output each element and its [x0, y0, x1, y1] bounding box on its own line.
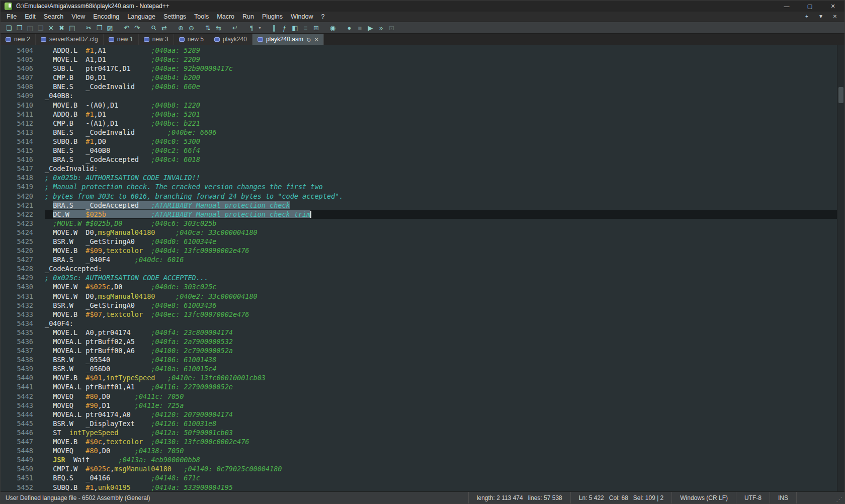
code-line[interactable]: 5425 BSR.W _GetStringA0 ;040d0: 6100344e [1, 237, 837, 246]
code-line[interactable]: 5436 MOVEA.L ptrBuff02,A5 ;040fa: 2a7900… [1, 337, 837, 346]
monitoring-icon[interactable]: ◉ [327, 23, 338, 33]
code-line[interactable]: 5441 MOVEA.L ptrBuff01,A1 ;04116: 227900… [1, 382, 837, 391]
code-line[interactable]: 5451 BEQ.S _04166 ;04148: 671c [1, 473, 837, 482]
menu-view[interactable]: View [67, 12, 89, 22]
code-line[interactable]: 5446 ST intTypeSpeed ;0412a: 50f90001cb0… [1, 428, 837, 437]
folder-workspace-icon[interactable]: ⊞ [311, 23, 321, 33]
maximize-button[interactable]: ▢ [798, 1, 821, 12]
code-line[interactable]: 5432 BSR.W _GetStringA0 ;040e8: 61003436 [1, 301, 837, 310]
tab-playk240[interactable]: playk240 [209, 34, 252, 45]
tab-serverkareldz-cfg[interactable]: serverKarelDZ.cfg [36, 34, 104, 45]
show-symbol-dropdown-icon[interactable]: ▾ [257, 23, 263, 33]
code-line[interactable]: 5421 BRA.S _CodeAccepted ;ATARIBABY Manu… [1, 201, 837, 210]
save-all-icon[interactable]: ❑ [35, 23, 46, 33]
code-line[interactable]: 5443 MOVEQ #90,D1 ;0411e: 725a [1, 401, 837, 410]
status-encoding[interactable]: UTF-8 [736, 492, 770, 503]
status-insert-mode[interactable]: INS [770, 492, 796, 503]
code-line[interactable]: 5440 MOVE.B #$01,intTypeSpeed ;0410e: 13… [1, 373, 837, 382]
redo-icon[interactable]: ↷ [132, 23, 142, 33]
code-line[interactable]: 5420; bytes from 303c to 6016, branching… [1, 192, 837, 201]
code-line[interactable]: 5427 BRA.S _040F4 ;040dc: 6016 [1, 255, 837, 264]
menu-help[interactable]: ? [317, 12, 328, 22]
code-line[interactable]: 5417_CodeInvalid: [1, 164, 837, 173]
close-all-icon[interactable]: ✖ [56, 23, 67, 33]
vertical-scrollbar[interactable] [837, 45, 844, 491]
code-line[interactable]: 5419; Manual protection check. The crack… [1, 182, 837, 191]
sync-vertical-icon[interactable]: ⇅ [203, 23, 213, 33]
close-button[interactable]: ✕ [821, 1, 844, 12]
code-line[interactable]: 5422 DC.W $025b ;ATARIBABY Manual protec… [1, 210, 837, 219]
indent-guide-icon[interactable]: ∥ [269, 23, 279, 33]
tab-playk240-asm[interactable]: playk240.asm⚲✕ [252, 34, 324, 45]
document-dropdown-button[interactable]: ▼ [815, 12, 826, 21]
run-macro-multiple-icon[interactable]: » [376, 23, 386, 33]
close-tab-icon[interactable]: ✕ [314, 37, 318, 42]
code-line[interactable]: 5426 MOVE.B #$09,textcolor ;040d4: 13fc0… [1, 246, 837, 255]
code-line[interactable]: 5406 SUB.L ptr0417C,D1 ;040ae: 92b900004… [1, 64, 837, 73]
new-document-button[interactable]: + [801, 12, 812, 21]
menu-search[interactable]: Search [40, 12, 68, 22]
code-line[interactable]: 5450 CMPI.W #$025c,msgManual04180 ;04140… [1, 464, 837, 473]
code-line[interactable]: 5412 CMP.B -(A1),D1 ;040bc: b221 [1, 119, 837, 128]
sync-horizontal-icon[interactable]: ⇆ [213, 23, 224, 33]
document-list-icon[interactable]: ≡ [300, 23, 311, 33]
code-line[interactable]: 5429; 0x025c: AUTHORISATION CODE ACCEPTE… [1, 273, 837, 282]
close-icon[interactable]: ✕ [46, 23, 56, 33]
tab-new-5[interactable]: new 5 [174, 34, 209, 45]
word-wrap-icon[interactable]: ↵ [230, 23, 240, 33]
code-line[interactable]: 5407 CMP.B D0,D1 ;040b4: b200 [1, 73, 837, 82]
tab-new-2[interactable]: new 2 [1, 34, 36, 45]
code-line[interactable]: 5404 ADDQ.L #1,A1 ;040aa: 5289 [1, 46, 837, 55]
code-line[interactable]: 5428_CodeAccepted: [1, 264, 837, 273]
status-cursor-position[interactable]: Ln: 5 422 Col: 68 Sel: 109 | 2 [570, 492, 672, 503]
code-line[interactable]: 5448 MOVEQ #80,D0 ;04138: 7050 [1, 446, 837, 455]
code-line[interactable]: 5418; 0x025b: AUTHORISATION CODE INVALID… [1, 173, 837, 182]
code-line[interactable]: 5452 SUBQ.B #1,unk04195 ;0414a: 53390000… [1, 483, 837, 492]
menu-macro[interactable]: Macro [213, 12, 238, 22]
menu-edit[interactable]: Edit [21, 12, 40, 22]
function-list-icon[interactable]: ƒ [279, 23, 290, 33]
stop-recording-icon[interactable]: ■ [355, 23, 365, 33]
code-line[interactable]: 5445 BSR.W _DisplayText ;04126: 610031e8 [1, 419, 837, 428]
code-line[interactable]: 5433 MOVE.B #$07,textcolor ;040ec: 13fc0… [1, 310, 837, 319]
menu-file[interactable]: File [3, 12, 21, 22]
code-line[interactable]: 5413 BNE.S _CodeInvalid ;040be: 6606 [1, 128, 837, 137]
code-line[interactable]: 5442 MOVEQ #80,D0 ;0411c: 7050 [1, 392, 837, 401]
status-eol-format[interactable]: Windows (CR LF) [671, 492, 736, 503]
resize-grip[interactable]: ⋰ [836, 496, 842, 502]
code-line[interactable]: 5423 ;MOVE.W #$025b,D0 ;040c6: 303c025b [1, 219, 837, 228]
code-line[interactable]: 5437 MOVEA.L ptrBuff00,A6 ;04100: 2c7900… [1, 346, 837, 355]
code-line[interactable]: 5449 JSR _Wait ;0413a: 4eb900000bb8 [1, 455, 837, 464]
save-icon[interactable]: ◫ [25, 23, 35, 33]
scrollbar-thumb[interactable] [838, 87, 843, 103]
code-line[interactable]: 5411 ADDQ.B #1,D1 ;040ba: 5201 [1, 110, 837, 119]
save-macro-icon[interactable]: ⊡ [386, 23, 397, 33]
editor[interactable]: 5404 ADDQ.L #1,A1 ;040aa: 52895405 MOVE.… [1, 45, 844, 491]
code-line[interactable]: 5438 BSR.W _05540 ;04106: 61001438 [1, 355, 837, 364]
code-line[interactable]: 5405 MOVE.L A1,D1 ;040ac: 2209 [1, 55, 837, 64]
menu-tools[interactable]: Tools [190, 12, 213, 22]
menu-encoding[interactable]: Encoding [89, 12, 123, 22]
code-line[interactable]: 5415 BNE.S _040B8 ;040c2: 66f4 [1, 146, 837, 155]
copy-icon[interactable]: ❐ [94, 23, 105, 33]
code-line[interactable]: 5409_040B8: [1, 91, 837, 100]
code-line[interactable]: 5444 MOVEA.L ptr04174,A0 ;04120: 2079000… [1, 410, 837, 419]
tab-new-3[interactable]: new 3 [139, 34, 174, 45]
code-line[interactable]: 5431 MOVE.W D0,msgManual04180 ;040e2: 33… [1, 292, 837, 301]
code-line[interactable]: 5424 MOVE.W D0,msgManual04180 ;040ca: 33… [1, 228, 837, 237]
minimize-button[interactable]: — [775, 1, 798, 12]
cut-icon[interactable]: ✂ [83, 23, 94, 33]
menu-plugins[interactable]: Plugins [258, 12, 287, 22]
zoom-out-icon[interactable]: ⊖ [186, 23, 197, 33]
code-line[interactable]: 5439 BSR.W _056D0 ;0410a: 610015c4 [1, 364, 837, 373]
code-line[interactable]: 5408 BNE.S _CodeInvalid ;040b6: 660e [1, 82, 837, 91]
code-line[interactable]: 5435 MOVE.L A0,ptr04174 ;040f4: 23c80000… [1, 328, 837, 337]
menu-settings[interactable]: Settings [159, 12, 190, 22]
undo-icon[interactable]: ↶ [121, 23, 132, 33]
code-line[interactable]: 5434_040F4: [1, 319, 837, 328]
close-document-button[interactable]: ✕ [829, 12, 840, 21]
record-macro-icon[interactable]: ● [344, 23, 355, 33]
code-line[interactable]: 5430 MOVE.W #$025c,D0 ;040de: 303c025c [1, 282, 837, 291]
menu-run[interactable]: Run [238, 12, 258, 22]
print-icon[interactable]: ▤ [67, 23, 77, 33]
